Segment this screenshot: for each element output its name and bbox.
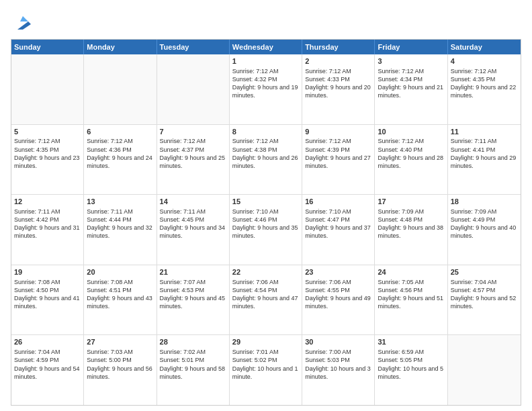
sunset-text: Sunset: 4:51 PM — [87, 286, 153, 294]
header — [11, 11, 521, 32]
calendar-cell: 5Sunrise: 7:12 AMSunset: 4:35 PMDaylight… — [11, 125, 84, 195]
daylight-text: Daylight: 9 hours and 27 minutes. — [305, 154, 371, 170]
page: Sunday Monday Tuesday Wednesday Thursday… — [0, 0, 532, 411]
sunset-text: Sunset: 4:50 PM — [14, 286, 81, 294]
daylight-text: Daylight: 9 hours and 28 minutes. — [378, 154, 444, 170]
calendar-cell: 14Sunrise: 7:11 AMSunset: 4:45 PMDayligh… — [157, 195, 230, 265]
sunrise-text: Sunrise: 7:09 AM — [378, 208, 444, 216]
day-number: 28 — [160, 337, 226, 347]
sunset-text: Sunset: 5:03 PM — [305, 356, 371, 364]
header-friday: Friday — [375, 40, 447, 54]
sunset-text: Sunset: 5:02 PM — [232, 356, 299, 364]
sunrise-text: Sunrise: 7:02 AM — [160, 348, 226, 356]
daylight-text: Daylight: 9 hours and 21 minutes. — [378, 83, 444, 99]
sunrise-text: Sunrise: 7:06 AM — [232, 278, 299, 286]
calendar-row-3: 12Sunrise: 7:11 AMSunset: 4:42 PMDayligh… — [11, 195, 521, 265]
calendar-cell: 12Sunrise: 7:11 AMSunset: 4:42 PMDayligh… — [11, 195, 84, 265]
calendar-cell: 20Sunrise: 7:08 AMSunset: 4:51 PMDayligh… — [84, 265, 157, 335]
calendar-cell: 25Sunrise: 7:04 AMSunset: 4:57 PMDayligh… — [448, 265, 521, 335]
day-number: 17 — [378, 197, 444, 207]
sunrise-text: Sunrise: 7:05 AM — [378, 278, 444, 286]
calendar-cell: 22Sunrise: 7:06 AMSunset: 4:54 PMDayligh… — [230, 265, 302, 335]
sunrise-text: Sunrise: 7:11 AM — [14, 208, 81, 216]
daylight-text: Daylight: 9 hours and 49 minutes. — [305, 294, 371, 310]
daylight-text: Daylight: 9 hours and 23 minutes. — [14, 154, 81, 170]
calendar-cell: 24Sunrise: 7:05 AMSunset: 4:56 PMDayligh… — [375, 265, 447, 335]
day-number: 26 — [14, 337, 81, 347]
daylight-text: Daylight: 9 hours and 25 minutes. — [160, 154, 226, 170]
calendar-cell: 19Sunrise: 7:08 AMSunset: 4:50 PMDayligh… — [11, 265, 84, 335]
sunset-text: Sunset: 4:39 PM — [305, 146, 371, 154]
sunrise-text: Sunrise: 7:12 AM — [232, 137, 299, 145]
sunset-text: Sunset: 4:55 PM — [305, 286, 371, 294]
daylight-text: Daylight: 9 hours and 20 minutes. — [305, 83, 371, 99]
daylight-text: Daylight: 9 hours and 45 minutes. — [160, 294, 226, 310]
day-number: 24 — [378, 267, 444, 277]
calendar-cell: 26Sunrise: 7:04 AMSunset: 4:59 PMDayligh… — [11, 335, 84, 405]
calendar-cell: 13Sunrise: 7:11 AMSunset: 4:44 PMDayligh… — [84, 195, 157, 265]
sunset-text: Sunset: 4:42 PM — [14, 216, 81, 224]
calendar-cell: 16Sunrise: 7:10 AMSunset: 4:47 PMDayligh… — [302, 195, 375, 265]
sunset-text: Sunset: 4:57 PM — [451, 286, 518, 294]
day-number: 4 — [451, 56, 518, 66]
daylight-text: Daylight: 9 hours and 43 minutes. — [87, 294, 153, 310]
daylight-text: Daylight: 10 hours and 1 minute. — [232, 365, 299, 381]
daylight-text: Daylight: 9 hours and 54 minutes. — [14, 365, 81, 381]
daylight-text: Daylight: 9 hours and 19 minutes. — [232, 83, 299, 99]
day-number: 6 — [87, 127, 153, 137]
day-number: 21 — [160, 267, 226, 277]
daylight-text: Daylight: 9 hours and 56 minutes. — [87, 365, 153, 381]
daylight-text: Daylight: 9 hours and 40 minutes. — [451, 224, 518, 240]
daylight-text: Daylight: 9 hours and 58 minutes. — [160, 365, 226, 381]
sunset-text: Sunset: 5:00 PM — [87, 356, 153, 364]
day-number: 7 — [160, 127, 226, 137]
calendar-cell — [157, 54, 230, 124]
header-sunday: Sunday — [11, 40, 84, 54]
sunset-text: Sunset: 4:48 PM — [378, 216, 444, 224]
logo-area — [11, 11, 34, 32]
day-number: 27 — [87, 337, 153, 347]
daylight-text: Daylight: 9 hours and 51 minutes. — [378, 294, 444, 310]
day-number: 14 — [160, 197, 226, 207]
day-number: 20 — [87, 267, 153, 277]
daylight-text: Daylight: 9 hours and 32 minutes. — [87, 224, 153, 240]
sunrise-text: Sunrise: 7:10 AM — [305, 208, 371, 216]
calendar-cell: 8Sunrise: 7:12 AMSunset: 4:38 PMDaylight… — [230, 125, 302, 195]
calendar-cell: 10Sunrise: 7:12 AMSunset: 4:40 PMDayligh… — [375, 125, 447, 195]
sunrise-text: Sunrise: 7:04 AM — [451, 278, 518, 286]
sunset-text: Sunset: 4:35 PM — [14, 146, 81, 154]
day-number: 31 — [378, 337, 444, 347]
sunset-text: Sunset: 4:34 PM — [378, 75, 444, 83]
sunrise-text: Sunrise: 7:12 AM — [160, 137, 226, 145]
calendar: Sunday Monday Tuesday Wednesday Thursday… — [11, 39, 521, 406]
sunrise-text: Sunrise: 7:08 AM — [14, 278, 81, 286]
calendar-cell: 27Sunrise: 7:03 AMSunset: 5:00 PMDayligh… — [84, 335, 157, 405]
sunrise-text: Sunrise: 7:03 AM — [87, 348, 153, 356]
daylight-text: Daylight: 9 hours and 34 minutes. — [160, 224, 226, 240]
calendar-cell: 4Sunrise: 7:12 AMSunset: 4:35 PMDaylight… — [448, 54, 521, 124]
header-wednesday: Wednesday — [230, 40, 302, 54]
calendar-header: Sunday Monday Tuesday Wednesday Thursday… — [11, 40, 521, 54]
sunset-text: Sunset: 4:53 PM — [160, 286, 226, 294]
sunset-text: Sunset: 4:41 PM — [451, 146, 518, 154]
sunset-text: Sunset: 4:45 PM — [160, 216, 226, 224]
calendar-cell — [11, 54, 84, 124]
sunrise-text: Sunrise: 7:12 AM — [14, 137, 81, 145]
day-number: 18 — [451, 197, 518, 207]
sunrise-text: Sunrise: 7:12 AM — [305, 67, 371, 75]
daylight-text: Daylight: 9 hours and 47 minutes. — [232, 294, 299, 310]
sunrise-text: Sunrise: 7:07 AM — [160, 278, 226, 286]
sunset-text: Sunset: 4:47 PM — [305, 216, 371, 224]
sunset-text: Sunset: 4:44 PM — [87, 216, 153, 224]
daylight-text: Daylight: 10 hours and 5 minutes. — [378, 365, 444, 381]
svg-marker-0 — [17, 21, 31, 30]
day-number: 13 — [87, 197, 153, 207]
daylight-text: Daylight: 9 hours and 26 minutes. — [232, 154, 299, 170]
daylight-text: Daylight: 9 hours and 35 minutes. — [232, 224, 299, 240]
sunset-text: Sunset: 4:35 PM — [451, 75, 518, 83]
day-number: 8 — [232, 127, 299, 137]
calendar-cell: 30Sunrise: 7:00 AMSunset: 5:03 PMDayligh… — [302, 335, 375, 405]
sunrise-text: Sunrise: 7:11 AM — [87, 208, 153, 216]
sunrise-text: Sunrise: 7:10 AM — [232, 208, 299, 216]
sunrise-text: Sunrise: 7:08 AM — [87, 278, 153, 286]
